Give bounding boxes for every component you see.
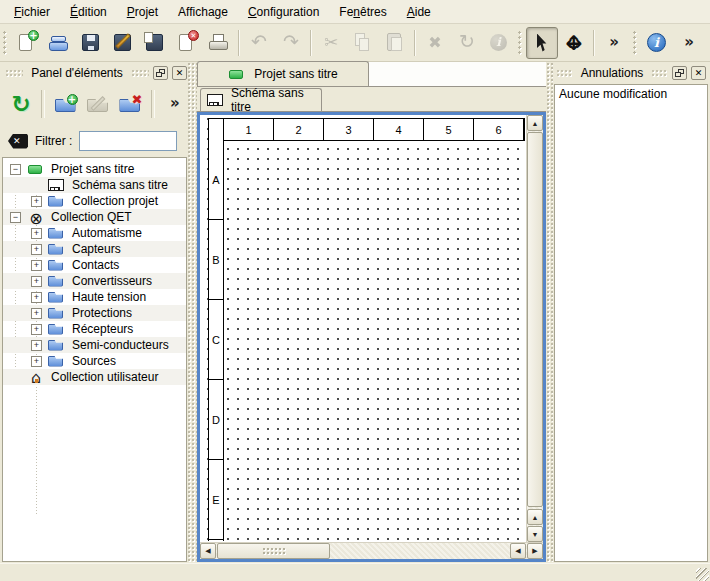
print-button[interactable]	[203, 27, 235, 59]
diagram-canvas[interactable]: 1 2 3 4 5 6 A B C D E	[200, 115, 526, 542]
close-file-button[interactable]	[171, 27, 203, 59]
menu-item[interactable]: Configuration	[238, 2, 329, 22]
filter-input[interactable]	[79, 131, 177, 151]
tree-item[interactable]: Haute tension	[3, 289, 186, 305]
menu-item[interactable]: Aide	[397, 2, 441, 22]
vertical-scrollbar[interactable]: ▲ ▲ ▼	[526, 115, 543, 542]
new-project-button[interactable]	[11, 27, 43, 59]
toolbar-drag-handle[interactable]	[517, 30, 523, 56]
tab-schema-sans-titre[interactable]: Schéma sans titre	[200, 88, 322, 111]
new-category-button[interactable]	[50, 87, 80, 121]
tree-expander[interactable]	[31, 356, 42, 367]
scroll-left-button[interactable]: ◀	[510, 543, 526, 559]
menu-item-mnemonic: É	[70, 5, 78, 19]
tree-item[interactable]: Semi-conducteurs	[3, 337, 186, 353]
tree-expander[interactable]	[31, 260, 42, 271]
undo-list-item[interactable]: Aucune modification	[555, 85, 707, 103]
toolbar-drag-handle[interactable]	[2, 30, 8, 56]
tree-expander[interactable]	[31, 244, 42, 255]
right-dock-splitter[interactable]	[546, 62, 553, 562]
clear-filter-icon[interactable]	[8, 134, 28, 149]
tree-expander[interactable]	[10, 212, 21, 223]
tree-expander[interactable]	[31, 276, 42, 287]
float-panel-button[interactable]	[153, 66, 168, 80]
tree-item[interactable]: Projet sans titre	[3, 161, 186, 177]
scroll-down-button[interactable]: ▼	[527, 526, 543, 542]
tree-item[interactable]: Automatisme	[3, 225, 186, 241]
rotate-button[interactable]	[451, 27, 483, 59]
redo-button[interactable]	[275, 27, 307, 59]
tree-item[interactable]: Capteurs	[3, 241, 186, 257]
vertical-scroll-thumb[interactable]	[527, 132, 543, 507]
paste-button[interactable]	[379, 27, 411, 59]
tree-item[interactable]: Convertisseurs	[3, 273, 186, 289]
scroll-up-button[interactable]: ▲	[527, 115, 543, 131]
open-folder-icon	[47, 31, 71, 55]
tree-item[interactable]: Collection projet	[3, 193, 186, 209]
elements-panel-header[interactable]: Panel d'éléments ✕	[2, 63, 190, 83]
delete-category-button[interactable]	[115, 87, 145, 121]
edit-category-button[interactable]	[83, 87, 113, 121]
horizontal-scroll-thumb[interactable]	[217, 543, 330, 559]
chevron-double-right-icon	[163, 92, 187, 116]
select-mode-button[interactable]	[526, 27, 558, 59]
toolbar-drag-handle[interactable]	[632, 30, 638, 56]
tree-expander[interactable]	[31, 228, 42, 239]
cut-button[interactable]	[315, 27, 347, 59]
diagram-corner-cell	[209, 119, 224, 140]
tree-expander[interactable]	[10, 164, 21, 175]
tree-item[interactable]: Schéma sans titre	[3, 177, 186, 193]
tree-expander[interactable]	[31, 324, 42, 335]
tree-item[interactable]: Collection utilisateur	[3, 369, 186, 385]
folder-icon	[48, 354, 66, 369]
tab-project-sans-titre[interactable]: Projet sans titre	[197, 61, 369, 86]
tree-expander[interactable]	[31, 292, 42, 303]
folder-icon	[48, 258, 66, 273]
about-qet-button[interactable]	[641, 27, 673, 59]
tree-expander[interactable]	[31, 308, 42, 319]
delete-button[interactable]	[419, 27, 451, 59]
menu-item[interactable]: Édition	[60, 2, 117, 22]
undo-button[interactable]	[243, 27, 275, 59]
close-panel-button[interactable]: ✕	[172, 66, 187, 80]
diagram-row-headers: A B C D E	[208, 140, 224, 541]
copy-button[interactable]	[347, 27, 379, 59]
thumb-grip	[262, 547, 286, 556]
tree-item[interactable]: Récepteurs	[3, 321, 186, 337]
open-project-button[interactable]	[43, 27, 75, 59]
close-file-icon	[175, 31, 199, 55]
reload-collections-button[interactable]	[6, 87, 36, 121]
float-icon	[675, 69, 685, 78]
menu-item[interactable]: Affichage	[168, 2, 238, 22]
resize-grip[interactable]	[696, 568, 709, 581]
tree-item[interactable]: Protections	[3, 305, 186, 321]
tree-item[interactable]: Collection QET	[3, 209, 186, 225]
scroll-left-button[interactable]: ◀	[200, 543, 216, 559]
menu-item[interactable]: Fenêtres	[329, 2, 396, 22]
toolbar-separator	[593, 30, 595, 56]
scroll-up-button[interactable]: ▲	[527, 509, 543, 525]
diagram-column-header: 5	[424, 119, 474, 140]
toolbar-overflow-button[interactable]	[673, 27, 705, 59]
left-dock-splitter[interactable]	[187, 62, 197, 562]
save-as-button[interactable]	[107, 27, 139, 59]
project-icon	[27, 162, 45, 177]
close-panel-button[interactable]: ✕	[691, 66, 706, 80]
menu-item[interactable]: Projet	[117, 2, 168, 22]
move-mode-button[interactable]	[558, 27, 590, 59]
tree-expander[interactable]	[31, 340, 42, 351]
tree-item[interactable]: Contacts	[3, 257, 186, 273]
menu-item[interactable]: Fichier	[4, 2, 60, 22]
toolbar-overflow-button[interactable]	[598, 27, 630, 59]
toolbar-overflow-button[interactable]	[160, 87, 190, 121]
horizontal-scrollbar[interactable]: ◀ ◀ ▶	[200, 542, 543, 559]
copy-icon	[351, 31, 375, 55]
project-icon	[228, 67, 246, 82]
tree-expander[interactable]	[31, 196, 42, 207]
undo-panel-header[interactable]: Annulations ✕	[553, 63, 709, 83]
element-info-button[interactable]	[483, 27, 515, 59]
float-panel-button[interactable]	[672, 66, 687, 80]
save-button[interactable]	[75, 27, 107, 59]
save-all-button[interactable]	[139, 27, 171, 59]
scroll-right-button[interactable]: ▶	[527, 543, 543, 559]
